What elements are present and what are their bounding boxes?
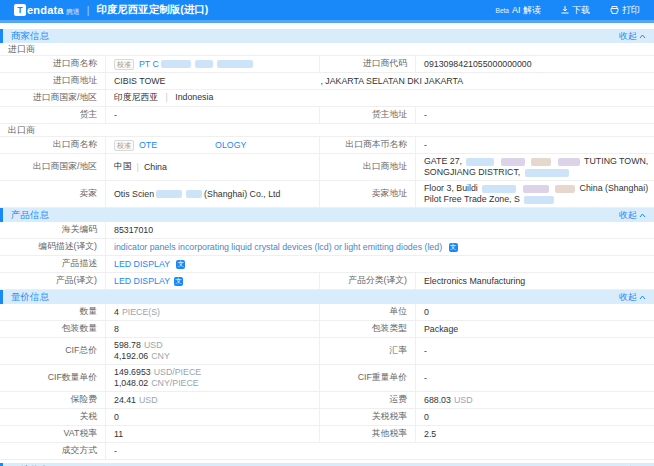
product-category-value: Electronics Manufacturing [416, 274, 654, 288]
field-label: 出口商国家/地区 [0, 154, 106, 180]
header-divider: | [87, 5, 90, 16]
package-qty-value: 8 [106, 321, 320, 337]
field-label: 产品(译文) [0, 273, 106, 289]
redacted-text [466, 158, 494, 166]
table-row: 产品描述 LED DISPLAY 文 [0, 256, 654, 273]
trade-mode-value: - [106, 444, 654, 458]
insurance-value: 24.41USD [106, 392, 320, 408]
exporter-name-value[interactable]: 校准 OTE OLOGY [106, 137, 320, 153]
exporter-country-value: 中国 | China [106, 154, 320, 180]
table-row: 产品(译文) LED DISPLAY 文 产品分类(译文) Electronic… [0, 273, 654, 290]
calibrated-tag: 校准 [114, 59, 134, 70]
collapse-button[interactable]: 收起 [619, 291, 646, 304]
download-icon [561, 6, 569, 14]
brand-area: Tendata 腾道 | 印度尼西亚定制版(进口) [14, 3, 208, 17]
translate-icon[interactable]: 文 [176, 260, 185, 269]
seller-address-value: Floor 3, Buildi China (Shanghai) Pilot F… [416, 181, 654, 207]
owner-address-value: - [416, 108, 654, 122]
quantity-value: 4PIECE(S) [106, 304, 320, 320]
table-row: 数量 4PIECE(S) 单位 0 [0, 304, 654, 321]
tendata-logo-cn: 腾道 [66, 7, 80, 17]
print-button[interactable]: 打印 [610, 4, 640, 17]
importer-name-value[interactable]: 校准 PT C [106, 56, 320, 72]
field-label: 出口商本币名称 [320, 137, 416, 153]
field-label: 出口商名称 [0, 137, 106, 153]
field-label: 包装数量 [0, 321, 106, 337]
field-label: CIF数量单价 [0, 365, 106, 391]
section-header-merchant: 商家信息 收起 [0, 29, 654, 43]
field-label: 单位 [320, 304, 416, 320]
field-label: 卖家地址 [320, 181, 416, 207]
exporter-address-value: GATE 27, TUTING TOWN, SONGJIANG DISTRICT… [416, 154, 654, 180]
section-title: 商家信息 [11, 30, 49, 43]
collapse-button[interactable]: 收起 [619, 209, 646, 222]
cif-weight-price-value: - [416, 371, 654, 385]
unit-value: 0 [416, 305, 654, 319]
importer-group-label: 进口商 [0, 43, 654, 56]
table-row: CIF总价 598.78USD 4,192.06CNY 汇率 - [0, 338, 654, 365]
redacted-text [525, 169, 569, 177]
table-row: 海关编码 85317010 [0, 222, 654, 239]
field-label: 编码描述(译文) [0, 239, 106, 255]
field-label: 包装类型 [320, 321, 416, 337]
page-title: 印度尼西亚定制版(进口) [96, 3, 208, 17]
field-label: CIF重量单价 [320, 365, 416, 391]
redacted-text [482, 185, 516, 193]
field-label: 产品描述 [0, 256, 106, 272]
table-row: 进口商地址 CIBIS TOWE , JAKARTA SELATAN DKI J… [0, 73, 654, 90]
calibrated-tag: 校准 [114, 140, 134, 151]
hs-code-value: 85317010 [106, 223, 654, 237]
field-label: 产品分类(译文) [320, 273, 416, 289]
table-row: CIF数量单价 149.6953USD/PIECE 1,048.02CNY/PI… [0, 365, 654, 392]
redacted-text [555, 185, 575, 193]
redacted-text [531, 158, 551, 166]
chevron-up-icon [639, 295, 646, 300]
translate-icon[interactable]: 文 [174, 277, 183, 286]
product-description-value[interactable]: LED DISPLAY 文 [106, 257, 654, 271]
table-row: 关税 0 关税税率 0 [0, 409, 654, 426]
translate-icon[interactable]: 文 [449, 243, 458, 252]
field-label: 卖家 [0, 181, 106, 207]
field-label: VAT税率 [0, 426, 106, 442]
table-row: 货主 - 货主地址 - [0, 107, 654, 124]
redacted-text [523, 185, 549, 193]
other-rate-value: 2.5 [416, 427, 654, 441]
field-label: 进口商国家/地区 [0, 90, 106, 106]
field-label: 其他税率 [320, 426, 416, 442]
table-row: 编码描述(译文) indicator panels incorporating … [0, 239, 654, 256]
duty-rate-value: 0 [416, 410, 654, 424]
duty-value: 0 [106, 409, 320, 425]
field-label: 数量 [0, 304, 106, 320]
section-title: 产品信息 [11, 209, 49, 222]
hs-description-value: indicator panels incorporating liquid cr… [106, 240, 654, 254]
field-label: 关税税率 [320, 409, 416, 425]
redacted-text [524, 196, 554, 204]
redacted-text [217, 60, 253, 68]
beta-badge: Beta [496, 7, 509, 14]
tendata-logo-text: endata [27, 4, 64, 16]
exchange-rate-value: - [416, 344, 654, 358]
section-title: 量价信息 [11, 291, 49, 304]
download-button[interactable]: 下载 [561, 4, 590, 17]
collapse-button[interactable]: 收起 [619, 30, 646, 43]
field-label: 海关编码 [0, 222, 106, 238]
field-label: 出口商地址 [320, 154, 416, 180]
table-row: 出口商国家/地区 中国 | China 出口商地址 GATE 27, TUTIN… [0, 154, 654, 181]
table-row: VAT税率 11 其他税率 2.5 [0, 426, 654, 443]
freight-value: 688.03USD [416, 393, 654, 407]
ai-interpret-button[interactable]: Beta AI 解读 [496, 4, 541, 17]
seller-value: Otis Scien (Shanghai) Co., Ltd [106, 181, 320, 207]
redacted-text [161, 60, 191, 68]
field-label: 进口商代码 [320, 56, 416, 72]
package-type-value: Package [416, 322, 654, 336]
redacted-text [156, 190, 182, 198]
redacted-text [558, 158, 580, 166]
field-label: 保险费 [0, 392, 106, 408]
table-row: 出口商名称 校准 OTE OLOGY 出口商本币名称 - [0, 137, 654, 154]
table-row: 包装数量 8 包装类型 Package [0, 321, 654, 338]
product-translated-value[interactable]: LED DISPLAY 文 [106, 273, 320, 289]
field-label: 成交方式 [0, 443, 106, 459]
table-row: 成交方式 - [0, 443, 654, 460]
field-label: 运费 [320, 392, 416, 408]
redacted-text [501, 158, 525, 166]
